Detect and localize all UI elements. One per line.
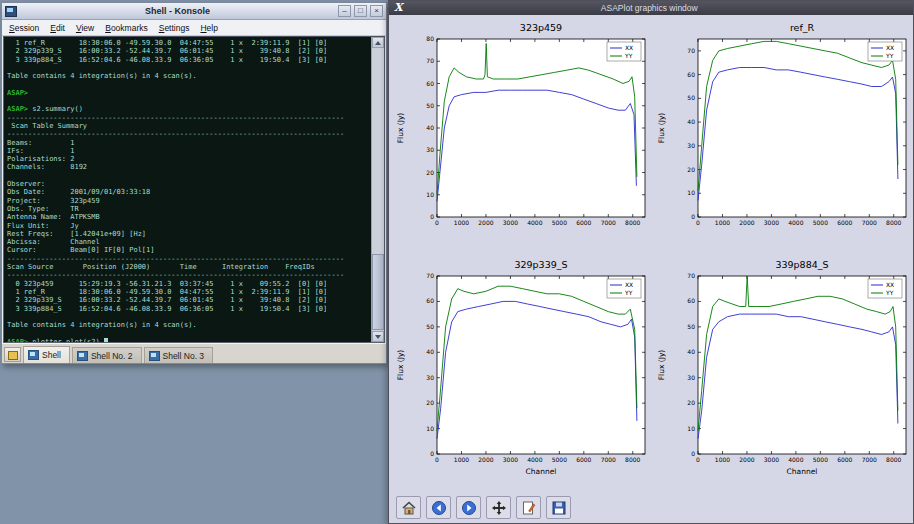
svg-text:70: 70: [426, 272, 434, 279]
back-icon: [431, 500, 447, 516]
svg-text:60: 60: [426, 297, 434, 304]
tab-list: ShellShell No. 2Shell No. 3: [23, 346, 213, 363]
konsole-tabbar: ShellShell No. 2Shell No. 3: [2, 343, 386, 363]
menu-bookmarks[interactable]: Bookmarks: [105, 23, 148, 33]
svg-text:YY: YY: [885, 52, 894, 59]
svg-text:8000: 8000: [625, 456, 640, 463]
svg-text:50: 50: [687, 323, 695, 330]
subplot-cell: ref_R01000200030004000500060007000800001…: [652, 17, 913, 254]
svg-text:2000: 2000: [478, 456, 493, 463]
home-icon: [401, 500, 417, 516]
menu-edit[interactable]: Edit: [50, 23, 65, 33]
plot-329p339_S: 329p339_S0100020003000400050006000700080…: [391, 254, 652, 488]
svg-text:329p339_S: 329p339_S: [514, 259, 567, 270]
scroll-up-arrow-icon[interactable]: [372, 37, 384, 48]
back-button[interactable]: [426, 496, 451, 519]
save-icon: [551, 500, 567, 516]
svg-text:5000: 5000: [813, 219, 828, 226]
menu-session[interactable]: Session: [9, 23, 39, 33]
svg-text:Flux (Jy): Flux (Jy): [396, 113, 405, 144]
subplot-cell: 329p339_S0100020003000400050006000700080…: [391, 254, 652, 491]
svg-text:2000: 2000: [739, 219, 754, 226]
svg-text:1000: 1000: [715, 219, 730, 226]
svg-text:2000: 2000: [739, 456, 754, 463]
subplot-cell: 323p459010002000300040005000600070008000…: [391, 17, 652, 254]
pan-button[interactable]: [486, 496, 511, 519]
forward-button[interactable]: [456, 496, 481, 519]
svg-text:20: 20: [687, 399, 695, 406]
scrollbar-thumb[interactable]: [372, 254, 384, 330]
menu-view[interactable]: View: [76, 23, 94, 33]
svg-text:3000: 3000: [503, 219, 518, 226]
scrollbar-track[interactable]: [372, 48, 384, 331]
svg-text:0: 0: [430, 450, 434, 457]
svg-text:4000: 4000: [788, 456, 803, 463]
maximize-button[interactable]: [354, 5, 367, 17]
configure-subplots-button[interactable]: [516, 496, 541, 519]
svg-text:XX: XX: [625, 44, 633, 51]
menu-help[interactable]: Help: [200, 23, 217, 33]
svg-text:XX: XX: [886, 44, 894, 51]
svg-text:70: 70: [687, 272, 695, 279]
svg-text:50: 50: [426, 323, 434, 330]
svg-text:Flux (Jy): Flux (Jy): [657, 113, 666, 144]
svg-text:30: 30: [426, 146, 434, 153]
subplot-cell: 339p884_S0100020003000400050006000700080…: [652, 254, 913, 491]
tab-shell-no-3[interactable]: Shell No. 3: [144, 347, 214, 363]
konsole-menubar: SessionEditViewBookmarksSettingsHelp: [2, 20, 386, 36]
asaplot-titlebar[interactable]: X ASAPlot graphics window: [389, 1, 913, 15]
close-button[interactable]: [370, 5, 383, 17]
tab-label: Shell No. 3: [163, 351, 205, 361]
plot-323p459: 323p459010002000300040005000600070008000…: [391, 17, 652, 251]
svg-text:40: 40: [687, 348, 695, 355]
svg-text:7000: 7000: [601, 456, 616, 463]
konsole-window: Shell - Konsole SessionEditViewBookmarks…: [1, 2, 387, 364]
terminal-scrollbar[interactable]: [371, 37, 384, 342]
svg-text:30: 30: [687, 374, 695, 381]
tab-label: Shell: [42, 350, 61, 360]
svg-text:YY: YY: [624, 52, 633, 59]
x11-logo-icon: X: [389, 2, 408, 14]
asaplot-window: X ASAPlot graphics window 323p4590100020…: [388, 0, 914, 524]
minimize-button[interactable]: [338, 5, 351, 17]
terminal-icon: [149, 351, 160, 361]
svg-text:3000: 3000: [503, 456, 518, 463]
plot-339p884_S: 339p884_S0100020003000400050006000700080…: [652, 254, 913, 488]
svg-text:5000: 5000: [552, 219, 567, 226]
konsole-titlebar[interactable]: Shell - Konsole: [2, 3, 386, 20]
scroll-down-arrow-icon[interactable]: [372, 331, 384, 342]
svg-text:60: 60: [687, 71, 695, 78]
svg-text:7000: 7000: [862, 219, 877, 226]
svg-text:XX: XX: [625, 281, 633, 288]
tab-shell[interactable]: Shell: [23, 346, 70, 363]
svg-text:1000: 1000: [454, 219, 469, 226]
svg-text:YY: YY: [624, 289, 633, 296]
new-session-button[interactable]: [4, 347, 21, 362]
svg-text:60: 60: [687, 297, 695, 304]
svg-text:YY: YY: [885, 289, 894, 296]
svg-text:6000: 6000: [576, 456, 591, 463]
save-button[interactable]: [546, 496, 571, 519]
svg-text:4000: 4000: [788, 219, 803, 226]
svg-text:50: 50: [426, 102, 434, 109]
svg-text:5000: 5000: [552, 456, 567, 463]
menu-settings[interactable]: Settings: [159, 23, 190, 33]
svg-text:ref_R: ref_R: [790, 22, 815, 33]
svg-text:30: 30: [687, 142, 695, 149]
svg-text:30: 30: [426, 374, 434, 381]
tab-shell-no-2[interactable]: Shell No. 2: [72, 347, 142, 363]
asaplot-window-title: ASAPlot graphics window: [408, 3, 913, 13]
svg-text:40: 40: [687, 118, 695, 125]
svg-text:339p884_S: 339p884_S: [775, 259, 828, 270]
svg-text:8000: 8000: [886, 219, 901, 226]
svg-text:0: 0: [691, 450, 695, 457]
plot-ref_R: ref_R01000200030004000500060007000800001…: [652, 17, 913, 251]
terminal-icon: [77, 351, 88, 361]
svg-text:20: 20: [426, 399, 434, 406]
svg-text:5000: 5000: [813, 456, 828, 463]
svg-text:XX: XX: [886, 281, 894, 288]
home-button[interactable]: [396, 496, 421, 519]
plots-grid: 323p459010002000300040005000600070008000…: [391, 17, 911, 491]
svg-text:6000: 6000: [576, 219, 591, 226]
terminal-output[interactable]: 1 ref_R 18:30:06.0 -49.59.30.0 04:47:55 …: [4, 37, 371, 342]
